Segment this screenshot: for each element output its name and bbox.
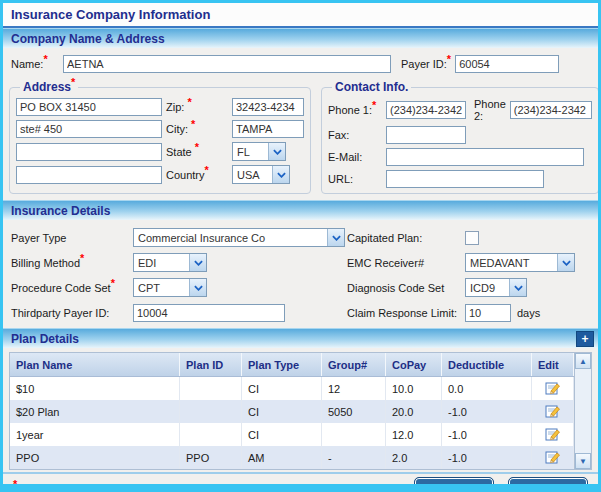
address-line3-input[interactable]: [16, 143, 162, 161]
edit-plan-button[interactable]: [544, 404, 561, 420]
company-name-input[interactable]: [63, 55, 391, 73]
state-label: State *: [166, 146, 228, 158]
required-asterisk: *: [447, 53, 451, 65]
table-scrollbar[interactable]: ▲ ▼: [574, 353, 591, 469]
chevron-down-icon: [272, 166, 289, 183]
state-select[interactable]: FL: [232, 142, 286, 161]
footer-bar: * = REQUIRED FIELD Save Close: [3, 472, 598, 492]
fax-input[interactable]: [386, 126, 466, 144]
phone2-input[interactable]: [510, 101, 592, 119]
insurance-details: Payer Type Commercial Insurance Co Capit…: [3, 220, 598, 328]
required-asterisk: *: [43, 53, 47, 65]
section-title-plans: Plan Details: [11, 332, 79, 346]
email-input[interactable]: [386, 148, 584, 166]
edit-plan-button[interactable]: [544, 427, 561, 443]
diagnosis-code-set-select[interactable]: ICD9: [465, 278, 527, 297]
edit-icon: [545, 404, 561, 419]
diagnosis-code-set-label: Diagnosis Code Set: [347, 282, 465, 294]
save-button[interactable]: Save: [414, 477, 494, 492]
emc-receiver-label: EMC Receiver#: [347, 257, 465, 269]
address-fieldset: Address* Zip: * City: * State * FL Count…: [9, 80, 311, 194]
procedure-code-set-label: Procedure Code Set*: [11, 282, 133, 294]
chevron-down-icon: [509, 279, 526, 296]
name-row: Name:* Payer ID:*: [3, 48, 598, 76]
col-header-group: Group#: [322, 353, 386, 376]
phone1-input[interactable]: [386, 101, 466, 119]
claim-response-limit-unit: days: [517, 307, 540, 319]
zip-input[interactable]: [232, 98, 304, 116]
col-header-plan-name: Plan Name: [10, 353, 180, 376]
thirdparty-payer-id-label: Thirdparty Payer ID:: [11, 307, 133, 319]
chevron-down-icon: [189, 279, 206, 296]
table-row: $10 CI 12 10.0 0.0: [10, 377, 574, 400]
procedure-code-set-select[interactable]: CPT: [133, 278, 207, 297]
payer-id-label: Payer ID:*: [401, 58, 451, 70]
capitated-plan-checkbox[interactable]: [465, 231, 479, 245]
address-legend: Address*: [20, 80, 78, 94]
chevron-down-icon: [557, 254, 574, 271]
url-label: URL:: [328, 173, 382, 185]
claim-response-limit-label: Claim Response Limit:: [347, 307, 465, 319]
chevron-down-icon: [189, 254, 206, 271]
col-header-plan-type: Plan Type: [242, 353, 322, 376]
city-label: City: *: [166, 123, 228, 135]
payer-id-input[interactable]: [455, 55, 559, 73]
address-line1-input[interactable]: [16, 98, 162, 116]
table-row: PPO PPO AM - 2.0 -1.0: [10, 446, 574, 469]
edit-icon: [545, 427, 561, 442]
page-title: Insurance Company Information: [11, 7, 210, 22]
edit-icon: [545, 381, 561, 396]
contact-fieldset: Contact Info. Phone 1:* Phone 2: Fax: E-…: [321, 80, 599, 194]
phone1-label: Phone 1:*: [328, 104, 382, 116]
payer-type-select[interactable]: Commercial Insurance Co: [133, 228, 345, 247]
city-input[interactable]: [232, 120, 304, 138]
name-label: Name:*: [11, 58, 63, 70]
required-asterisk: *: [71, 76, 75, 88]
chevron-down-icon: [268, 143, 285, 160]
zip-label: Zip: *: [166, 101, 228, 113]
plan-table-header: Plan Name Plan ID Plan Type Group# CoPay…: [10, 353, 574, 377]
country-label: Country*: [166, 169, 228, 181]
edit-icon: [545, 450, 561, 465]
add-plan-button[interactable]: +: [576, 331, 594, 347]
chevron-down-icon: [327, 229, 344, 246]
plan-table: Plan Name Plan ID Plan Type Group# CoPay…: [9, 352, 592, 470]
scroll-down-icon[interactable]: ▼: [575, 453, 591, 469]
close-button[interactable]: Close: [508, 477, 588, 492]
scroll-up-icon[interactable]: ▲: [575, 353, 591, 369]
billing-method-label: Billing Method*: [11, 257, 133, 269]
edit-plan-button[interactable]: [544, 450, 561, 466]
fax-label: Fax:: [328, 129, 382, 141]
address-line4-input[interactable]: [16, 166, 162, 184]
country-select[interactable]: USA: [232, 165, 290, 184]
section-title-company: Company Name & Address: [11, 32, 165, 46]
contact-legend: Contact Info.: [332, 80, 411, 94]
section-header-company: Company Name & Address: [3, 28, 598, 48]
section-header-insurance: Insurance Details: [3, 200, 598, 220]
capitated-plan-label: Capitated Plan:: [347, 232, 465, 244]
insurance-company-window: Insurance Company Information Company Na…: [0, 0, 601, 492]
col-header-copay: CoPay: [386, 353, 442, 376]
table-row: 1year CI 12.0 -1.0: [10, 423, 574, 446]
address-line2-input[interactable]: [16, 120, 162, 138]
required-field-note: * = REQUIRED FIELD: [13, 483, 122, 492]
emc-receiver-select[interactable]: MEDAVANT: [465, 253, 575, 272]
col-header-deductible: Deductible: [442, 353, 532, 376]
thirdparty-payer-id-input[interactable]: [133, 304, 285, 322]
payer-type-label: Payer Type: [11, 232, 133, 244]
window-titlebar: Insurance Company Information: [3, 3, 598, 28]
billing-method-select[interactable]: EDI: [133, 253, 207, 272]
phone2-label: Phone 2:: [474, 98, 506, 122]
section-header-plans: Plan Details +: [3, 328, 598, 348]
url-input[interactable]: [386, 170, 544, 188]
edit-plan-button[interactable]: [544, 381, 561, 397]
section-title-insurance: Insurance Details: [11, 204, 110, 218]
claim-response-limit-input[interactable]: [465, 304, 511, 322]
company-fieldsets: Address* Zip: * City: * State * FL Count…: [3, 76, 598, 194]
table-row: $20 Plan CI 5050 20.0 -1.0: [10, 400, 574, 423]
col-header-edit: Edit: [532, 353, 574, 376]
email-label: E-Mail:: [328, 151, 382, 163]
col-header-plan-id: Plan ID: [180, 353, 242, 376]
